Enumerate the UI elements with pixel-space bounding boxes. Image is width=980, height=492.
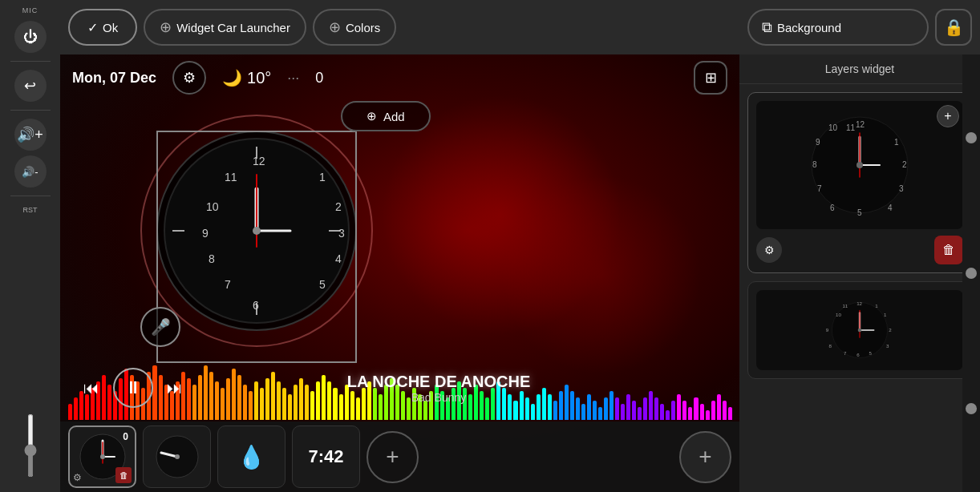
add-button[interactable]: ⊕ Add: [341, 101, 431, 131]
plus-icon-widget: ⊕: [160, 18, 172, 36]
slider-dot-2[interactable]: [966, 268, 977, 279]
right-panel: Layers widget + 12 1 2 3 4 5 6 7 8 9 10: [739, 54, 980, 492]
layer-item-2[interactable]: 12 1 2 3 10 9 8 6 7 5 11 1: [747, 281, 972, 379]
moon-icon: 🌙: [222, 68, 242, 87]
layer-settings-button[interactable]: ⚙: [756, 237, 782, 263]
background-button[interactable]: ⧉ Background: [747, 9, 929, 46]
plus-icon-colors: ⊕: [329, 18, 341, 36]
settings-button[interactable]: ⚙: [172, 61, 206, 95]
time-widget[interactable]: 7:42: [292, 425, 360, 488]
layer-preview-1: + 12 1 2 3 4 5 6 7 8 9 10 11: [756, 101, 963, 229]
widget-value: 0: [123, 431, 128, 442]
left-sidebar: MIC ⏻ ↩ 🔊+ 🔊- RST: [0, 0, 60, 492]
clock-selection-box: [156, 131, 357, 363]
volume-down-button[interactable]: 🔊-: [14, 155, 47, 188]
svg-text:10: 10: [836, 312, 841, 317]
back-button[interactable]: ↩: [14, 70, 47, 102]
svg-text:11: 11: [842, 303, 848, 309]
svg-point-44: [856, 162, 863, 168]
layers-label: Layers widget: [825, 63, 894, 75]
svg-text:4: 4: [888, 204, 893, 212]
grid-button[interactable]: ⊞: [694, 61, 727, 95]
ok-button[interactable]: ✓ Ok: [68, 9, 137, 46]
add-label: Add: [383, 110, 405, 123]
ok-label: Ok: [103, 21, 118, 34]
save-button[interactable]: 🔒: [935, 9, 972, 46]
svg-text:7: 7: [844, 350, 847, 356]
widget-thumb-2[interactable]: [143, 425, 211, 488]
bottom-add-button[interactable]: +: [679, 431, 731, 483]
separator: ···: [287, 70, 299, 87]
background-label: Background: [777, 21, 841, 34]
volume-up-button[interactable]: 🔊+: [14, 119, 47, 151]
gauge-svg: [153, 433, 201, 481]
svg-text:7: 7: [817, 184, 822, 193]
right-top-bar: ⧉ Background 🔒: [739, 0, 980, 54]
svg-text:1: 1: [875, 303, 878, 309]
svg-point-61: [858, 329, 862, 333]
widget-label: Widget Car Launcher: [176, 21, 290, 34]
svg-text:3: 3: [886, 343, 889, 349]
svg-text:8: 8: [812, 160, 817, 169]
prev-button[interactable]: ⏮: [76, 373, 107, 403]
next-button[interactable]: ⏭: [160, 373, 190, 403]
widget-thumb-3[interactable]: 💧: [217, 425, 285, 488]
add-widget-button-small[interactable]: +: [366, 431, 419, 483]
signal-display: 0: [315, 70, 323, 87]
svg-text:3: 3: [899, 184, 904, 193]
widget-thumb-1[interactable]: ⚙ 🗑 0: [68, 425, 136, 488]
layer-clock-svg-2: 12 1 2 3 10 9 8 6 7 5 11 1: [820, 294, 900, 366]
svg-text:5: 5: [857, 208, 862, 217]
svg-text:9: 9: [826, 327, 829, 333]
svg-text:12: 12: [856, 120, 865, 129]
svg-text:2: 2: [889, 327, 892, 333]
svg-text:5: 5: [869, 350, 873, 356]
time-display: 7:42: [308, 446, 343, 467]
top-bar: ✓ Ok ⊕ Widget Car Launcher ⊕ Colors: [60, 0, 739, 54]
right-slider-panel: [962, 54, 980, 492]
main-canvas: Mon, 07 Dec ⚙ 🌙 10° ··· 0 ⊞ ⊕ Add: [60, 54, 739, 492]
music-bar: ⏮ ⏸ ⏭ LA NOCHE DE ANOCHE Bad Bunny: [60, 356, 739, 420]
save-icon: 🔒: [944, 18, 964, 37]
slider-dot-3[interactable]: [966, 403, 977, 414]
svg-text:2: 2: [902, 160, 907, 169]
svg-text:1: 1: [894, 138, 899, 147]
check-icon: ✓: [87, 20, 98, 35]
layer-clock-svg: 12 1 2 3 4 5 6 7 8 9 10 11: [808, 113, 912, 217]
layers-header: Layers widget: [739, 54, 980, 84]
layer-add-button[interactable]: +: [937, 105, 959, 127]
mic-label: MIC: [22, 6, 38, 14]
add-plus-icon: ⊕: [366, 109, 377, 123]
microphone-button[interactable]: 🎤: [140, 307, 180, 347]
svg-text:12: 12: [856, 300, 862, 306]
weather-display: 🌙 10°: [222, 68, 271, 87]
widget-car-launcher-button[interactable]: ⊕ Widget Car Launcher: [144, 9, 306, 46]
sidebar-slider[interactable]: [28, 413, 33, 478]
layers-icon: ⧉: [762, 19, 772, 36]
date-display: Mon, 07 Dec: [72, 70, 156, 87]
slider-dot-1[interactable]: [966, 132, 977, 143]
bottom-widgets-bar: ⚙ 🗑 0 💧 7:42 + +: [60, 421, 739, 492]
svg-point-25: [100, 454, 105, 459]
music-title: LA NOCHE DE ANOCHE: [202, 373, 675, 391]
layer-item-1[interactable]: + 12 1 2 3 4 5 6 7 8 9 10 11: [747, 92, 972, 273]
droplet-icon: 💧: [237, 444, 265, 470]
layers-area: + 12 1 2 3 4 5 6 7 8 9 10 11: [739, 84, 980, 492]
music-info: LA NOCHE DE ANOCHE Bad Bunny: [202, 373, 675, 404]
layer-preview-2: 12 1 2 3 10 9 8 6 7 5 11 1: [756, 290, 963, 370]
svg-point-27: [175, 454, 180, 459]
divider-1: [10, 61, 51, 62]
widget-settings-icon: ⚙: [73, 472, 82, 483]
music-controls: ⏮ ⏸ ⏭: [76, 368, 190, 408]
rst-label: RST: [23, 206, 38, 214]
divider-2: [10, 110, 51, 111]
layer-delete-button[interactable]: 🗑: [934, 236, 963, 264]
pause-button[interactable]: ⏸: [113, 368, 153, 408]
info-right: ⊞: [694, 61, 727, 95]
divider-3: [10, 196, 51, 196]
svg-text:6: 6: [830, 204, 835, 212]
svg-text:6: 6: [856, 352, 860, 357]
power-button[interactable]: ⏻: [14, 21, 47, 53]
colors-button[interactable]: ⊕ Colors: [313, 9, 396, 46]
svg-text:11: 11: [846, 123, 856, 132]
